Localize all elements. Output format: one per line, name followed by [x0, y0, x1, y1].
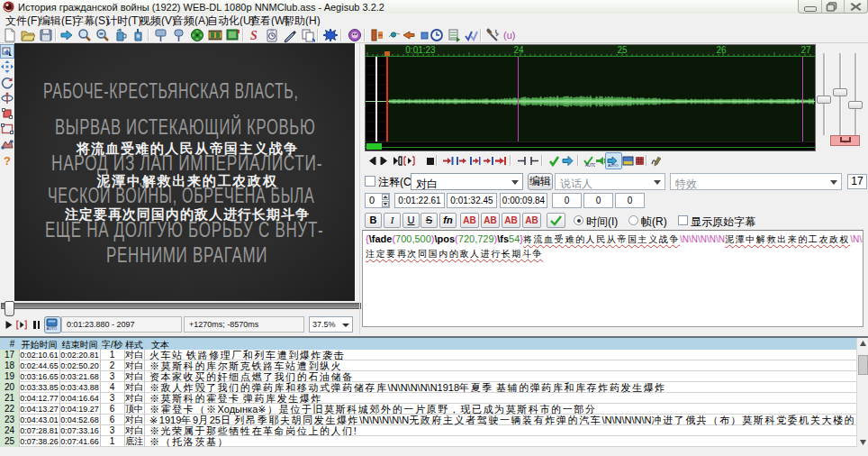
- svg-text:?: ?: [4, 154, 11, 168]
- svg-text:(u): (u): [503, 30, 515, 41]
- svg-text:AUTO: AUTO: [47, 326, 58, 330]
- svg-text:AUTO: AUTO: [585, 163, 595, 168]
- svg-text:S: S: [250, 29, 258, 42]
- svg-text:AUTO: AUTO: [608, 163, 619, 168]
